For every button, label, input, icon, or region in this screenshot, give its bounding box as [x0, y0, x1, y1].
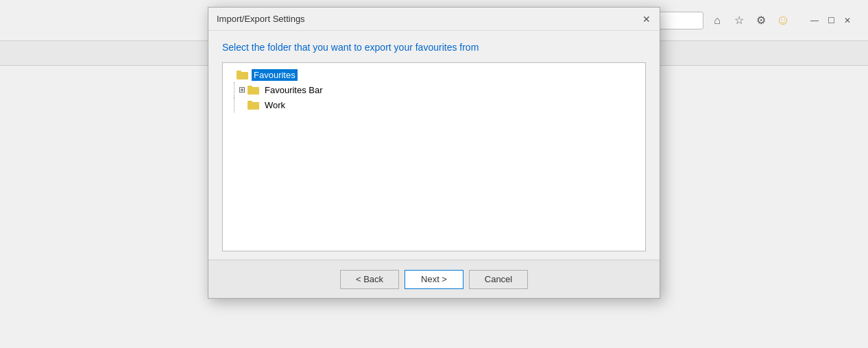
browser-background: 🔍 ⌂ ☆ ⚙ ☺ — ☐ ✕ Import/Export Settings ✕…: [0, 0, 868, 348]
dialog-body: Select the folder that you want to expor…: [208, 31, 660, 260]
tree-label-favourites: Favourites: [252, 69, 298, 81]
folder-icon-work: [248, 100, 260, 110]
svg-rect-0: [237, 72, 248, 79]
expander-work: [237, 99, 248, 110]
svg-rect-4: [248, 102, 259, 110]
tree-item-favourites[interactable]: Favourites: [226, 67, 642, 82]
tree-view[interactable]: Favourites: [222, 62, 646, 251]
folder-icon-favourites-bar: [248, 85, 260, 95]
dialog-window: Import/Export Settings ✕ Select the fold…: [208, 7, 660, 299]
svg-rect-5: [248, 101, 252, 103]
tree-item-work[interactable]: Work: [226, 97, 642, 112]
svg-rect-1: [237, 71, 241, 73]
folder-icon-favourites: [237, 70, 249, 79]
cancel-button[interactable]: Cancel: [469, 270, 528, 289]
dialog-overlay: Import/Export Settings ✕ Select the fold…: [0, 0, 868, 348]
expander-favourites: [226, 69, 237, 80]
dialog-titlebar: Import/Export Settings ✕: [208, 8, 660, 31]
dialog-title: Import/Export Settings: [217, 14, 305, 24]
expander-favourites-bar[interactable]: [237, 84, 248, 95]
dialog-close-button[interactable]: ✕: [639, 12, 654, 27]
svg-rect-3: [248, 86, 252, 88]
dialog-instruction: Select the folder that you want to expor…: [222, 42, 646, 53]
next-button[interactable]: Next >: [405, 270, 463, 289]
tree-label-work: Work: [263, 99, 287, 111]
tree-label-favourites-bar: Favourites Bar: [263, 84, 325, 96]
tree-item-favourites-bar[interactable]: Favourites Bar: [226, 82, 642, 97]
dialog-footer: < Back Next > Cancel: [208, 260, 660, 298]
svg-rect-2: [248, 87, 259, 95]
back-button[interactable]: < Back: [340, 270, 399, 289]
